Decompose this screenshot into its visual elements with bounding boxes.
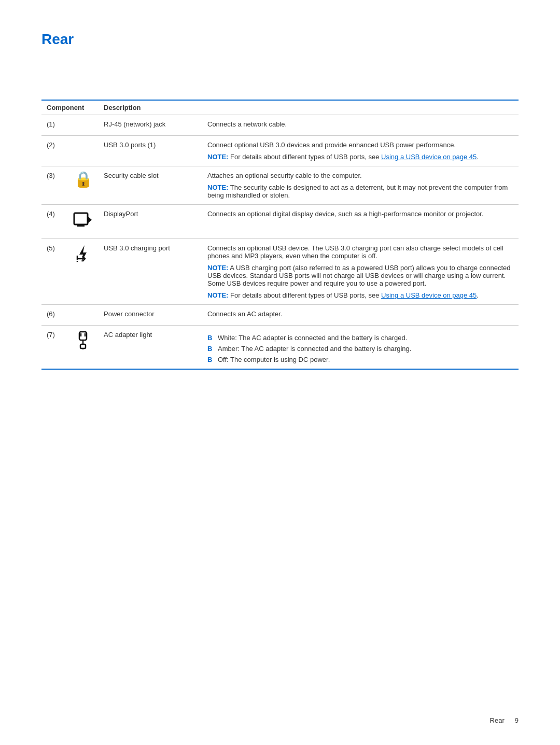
lock-icon: 🔒 [74, 171, 93, 188]
bullet-item: BAmber: The AC adapter is connected and … [207, 345, 513, 353]
bullet-text: Off: The computer is using DC power. [218, 356, 330, 363]
lock-icon: 🔒 [67, 166, 99, 205]
component-description: Connect optional USB 3.0 devices and pro… [202, 136, 519, 166]
row-number: (3) [41, 166, 67, 205]
col-header-description: Description [99, 100, 202, 115]
description-text: Connects an AC adapter. [207, 310, 513, 318]
note-text: For details about different types of USB… [228, 153, 381, 161]
component-name: Security cable slot [99, 166, 202, 205]
note-block: NOTE: The security cable is designed to … [207, 184, 513, 199]
component-name: DisplayPort [99, 205, 202, 239]
row-number: (4) [41, 205, 67, 239]
ac-adapter-icon [67, 326, 99, 370]
component-name: RJ-45 (network) jack [99, 115, 202, 136]
table-row: (1)RJ-45 (network) jackConnects a networ… [41, 115, 519, 136]
note-label: NOTE: [207, 153, 228, 161]
component-name: AC adapter light [99, 326, 202, 370]
note-block: NOTE: For details about different types … [207, 291, 513, 299]
note-block: NOTE: A USB charging port (also referred… [207, 264, 513, 287]
component-description: Connects an optional USB device. The USB… [202, 239, 519, 305]
row-number: (6) [41, 305, 67, 326]
description-text: Connects an optional digital display dev… [207, 210, 513, 218]
footer-label: Rear [490, 716, 505, 724]
note-text: For details about different types of USB… [228, 291, 381, 299]
bullet-text: Amber: The AC adapter is connected and t… [218, 345, 411, 353]
row-number: (7) [41, 326, 67, 370]
table-row: (5) USB 3.0 charging portConnects an opt… [41, 239, 519, 305]
row-number: (2) [41, 136, 67, 166]
note-text-after: . [477, 153, 479, 161]
component-name: USB 3.0 charging port [99, 239, 202, 305]
usb-charging-icon [67, 239, 99, 305]
row-number: (1) [41, 115, 67, 136]
bullet-item: BWhite: The AC adapter is connected and … [207, 334, 513, 342]
ac-adapter-icon [75, 331, 91, 353]
svg-rect-2 [77, 224, 85, 227]
row-icon [67, 136, 99, 166]
note-label: NOTE: [207, 291, 228, 299]
description-text: Connects a network cable. [207, 120, 513, 128]
svg-rect-11 [80, 344, 86, 348]
note-link[interactable]: Using a USB device on page 45 [381, 291, 477, 299]
component-description: Connects a network cable. [202, 115, 519, 136]
svg-marker-1 [88, 216, 92, 223]
col-header-component: Component [41, 100, 99, 115]
component-description: Connects an optional digital display dev… [202, 205, 519, 239]
note-label: NOTE: [207, 184, 228, 191]
note-label: NOTE: [207, 264, 228, 272]
footer-page: 9 [515, 716, 519, 724]
page-footer: Rear 9 [490, 716, 519, 724]
table-row: (7) AC adapter lightBWhite: The AC adapt… [41, 326, 519, 370]
component-name: USB 3.0 ports (1) [99, 136, 202, 166]
bullet-label: B [207, 334, 215, 342]
table-row: (4) DisplayPortConnects an optional digi… [41, 205, 519, 239]
table-row: (6)Power connectorConnects an AC adapter… [41, 305, 519, 326]
component-description: Connects an AC adapter. [202, 305, 519, 326]
bullet-label: B [207, 356, 215, 363]
description-text: Connects an optional USB device. The USB… [207, 244, 513, 260]
row-number: (5) [41, 239, 67, 305]
bullet-label: B [207, 345, 215, 353]
component-description: BWhite: The AC adapter is connected and … [202, 326, 519, 370]
row-icon [67, 115, 99, 136]
displayport-icon [67, 205, 99, 239]
bullet-item: BOff: The computer is using DC power. [207, 356, 513, 363]
displayport-icon [73, 210, 93, 230]
usb-charging-icon [75, 244, 91, 263]
note-link[interactable]: Using a USB device on page 45 [381, 153, 477, 161]
note-text-after: . [477, 291, 479, 299]
components-table: Component Description (1)RJ-45 (network)… [41, 100, 519, 370]
svg-rect-0 [74, 213, 88, 224]
note-text: A USB charging port (also referred to as… [207, 264, 511, 287]
table-row: (2)USB 3.0 ports (1)Connect optional USB… [41, 136, 519, 166]
note-block: NOTE: For details about different types … [207, 153, 513, 161]
description-text: Connect optional USB 3.0 devices and pro… [207, 141, 513, 149]
table-row: (3)🔒Security cable slotAttaches an optio… [41, 166, 519, 205]
component-description: Attaches an optional security cable to t… [202, 166, 519, 205]
description-text: Attaches an optional security cable to t… [207, 172, 513, 179]
note-text: The security cable is designed to act as… [207, 184, 508, 199]
row-icon [67, 305, 99, 326]
component-name: Power connector [99, 305, 202, 326]
bullet-text: White: The AC adapter is connected and t… [218, 334, 407, 342]
page-title: Rear [41, 31, 519, 48]
